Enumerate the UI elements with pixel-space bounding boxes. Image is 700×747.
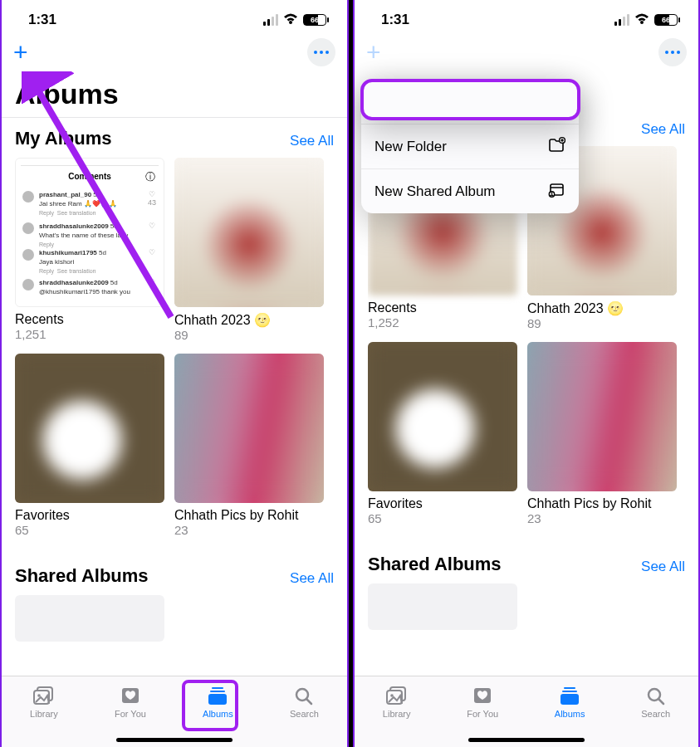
see-all-my[interactable]: See All bbox=[641, 121, 685, 138]
home-indicator[interactable] bbox=[468, 738, 585, 742]
svg-point-27 bbox=[549, 192, 554, 197]
album-count: 1,251 bbox=[15, 327, 164, 341]
album-count: 89 bbox=[174, 328, 324, 342]
phone-right: 1:31 66 + See All Recents 1,252 bbox=[353, 0, 700, 747]
see-all-shared[interactable]: See All bbox=[641, 559, 685, 575]
album-thumb[interactable] bbox=[527, 342, 677, 491]
album-name: Recents bbox=[15, 312, 164, 327]
album-name: Chhath Pics by Rohit bbox=[174, 508, 324, 523]
album-thumb-favorites[interactable] bbox=[15, 354, 164, 503]
add-button[interactable]: + bbox=[366, 41, 381, 64]
album-name: Favorites bbox=[15, 508, 164, 523]
svg-point-13 bbox=[665, 51, 668, 54]
add-button[interactable]: + bbox=[13, 41, 28, 64]
svg-point-2 bbox=[326, 51, 329, 54]
battery-icon: 66 bbox=[303, 14, 329, 26]
tab-search[interactable]: Search bbox=[290, 685, 319, 719]
tab-foryou[interactable]: For You bbox=[467, 685, 498, 719]
tab-library[interactable]: Library bbox=[383, 685, 411, 719]
foryou-icon bbox=[118, 685, 143, 706]
svg-point-14 bbox=[671, 51, 674, 54]
svg-point-0 bbox=[314, 51, 317, 54]
menu-new-shared-album[interactable]: New Shared Album bbox=[361, 169, 579, 213]
section-heading-my: My Albums bbox=[15, 128, 112, 149]
page-title: Albums bbox=[0, 68, 349, 117]
svg-point-28 bbox=[551, 193, 553, 194]
shared-album-thumb[interactable] bbox=[368, 583, 517, 630]
search-icon bbox=[644, 685, 668, 706]
album-row[interactable]: Favorites 65 Chhath Pics by Rohit 23 W bbox=[368, 342, 685, 525]
album-thumb-recents[interactable]: Comments ⓘ prashant_pal_90 5dJai shree R… bbox=[15, 158, 164, 307]
shared-album-icon bbox=[547, 180, 565, 203]
album-row[interactable]: Comments ⓘ prashant_pal_90 5dJai shree R… bbox=[15, 158, 334, 342]
more-button[interactable] bbox=[658, 38, 687, 66]
album-name: Recents bbox=[368, 300, 517, 315]
see-all-my[interactable]: See All bbox=[290, 133, 334, 149]
albums-icon bbox=[557, 685, 582, 706]
album-name: Chhath Pics by Rohit bbox=[527, 496, 677, 511]
library-icon bbox=[32, 685, 56, 706]
album-count: 23 bbox=[527, 511, 677, 525]
tab-search[interactable]: Search bbox=[641, 685, 670, 719]
album-thumb[interactable] bbox=[174, 354, 324, 503]
svg-rect-8 bbox=[212, 687, 223, 689]
folder-add-icon bbox=[547, 135, 565, 158]
tab-albums[interactable]: Albums bbox=[555, 685, 585, 719]
tab-foryou[interactable]: For You bbox=[115, 685, 146, 719]
album-name: Chhath 2023 🌝 bbox=[174, 312, 324, 328]
svg-rect-33 bbox=[564, 687, 575, 689]
tab-albums[interactable]: Albums bbox=[203, 685, 233, 719]
wifi-icon bbox=[283, 13, 298, 27]
svg-rect-9 bbox=[210, 691, 225, 692]
album-row[interactable]: Favorites 65 Chhath Pics by Rohit 23 W bbox=[15, 354, 334, 537]
svg-rect-10 bbox=[208, 694, 227, 705]
album-name: Chhath 2023 🌝 bbox=[527, 300, 677, 316]
album-add-icon bbox=[547, 90, 565, 113]
album-count: 23 bbox=[174, 523, 324, 537]
cellular-icon bbox=[263, 14, 278, 26]
svg-point-31 bbox=[390, 694, 394, 697]
svg-line-37 bbox=[658, 699, 663, 704]
shared-album-thumb[interactable] bbox=[15, 595, 164, 642]
more-button[interactable] bbox=[307, 38, 335, 66]
svg-rect-35 bbox=[560, 694, 579, 705]
foryou-icon bbox=[470, 685, 495, 706]
svg-point-15 bbox=[677, 51, 680, 54]
svg-line-12 bbox=[306, 699, 311, 704]
battery-icon: 66 bbox=[654, 14, 680, 26]
library-icon bbox=[384, 685, 409, 706]
status-time: 1:31 bbox=[381, 12, 409, 28]
phone-left: 1:31 66 + Albums My Albums See All bbox=[0, 0, 349, 747]
menu-new-album[interactable]: New Album bbox=[361, 80, 579, 124]
cellular-icon bbox=[614, 14, 629, 26]
home-indicator[interactable] bbox=[116, 738, 233, 742]
tab-bar: Library For You Albums Search bbox=[2, 676, 347, 747]
album-thumb-favorites[interactable] bbox=[368, 342, 517, 491]
status-time: 1:31 bbox=[28, 12, 56, 28]
status-bar: 1:31 66 bbox=[353, 0, 700, 33]
section-heading-shared: Shared Albums bbox=[368, 554, 502, 575]
album-count: 65 bbox=[15, 523, 164, 537]
albums-icon bbox=[205, 685, 230, 706]
svg-rect-34 bbox=[562, 691, 577, 692]
status-bar: 1:31 66 bbox=[0, 0, 349, 33]
see-all-shared[interactable]: See All bbox=[290, 570, 334, 587]
search-icon bbox=[291, 685, 316, 706]
tab-library[interactable]: Library bbox=[30, 685, 58, 719]
album-count: 1,252 bbox=[368, 315, 517, 330]
add-menu: New Album New Folder New Shared Album bbox=[361, 80, 579, 213]
svg-point-1 bbox=[320, 51, 323, 54]
album-count: 89 bbox=[527, 316, 677, 330]
album-thumb[interactable] bbox=[174, 158, 324, 307]
album-count: 65 bbox=[368, 511, 517, 525]
wifi-icon bbox=[634, 13, 649, 27]
album-name: Favorites bbox=[368, 496, 517, 511]
tab-bar: Library For You Albums Search bbox=[355, 676, 698, 747]
menu-new-folder[interactable]: New Folder bbox=[361, 124, 579, 169]
svg-point-6 bbox=[37, 694, 41, 697]
section-heading-shared: Shared Albums bbox=[15, 565, 149, 587]
